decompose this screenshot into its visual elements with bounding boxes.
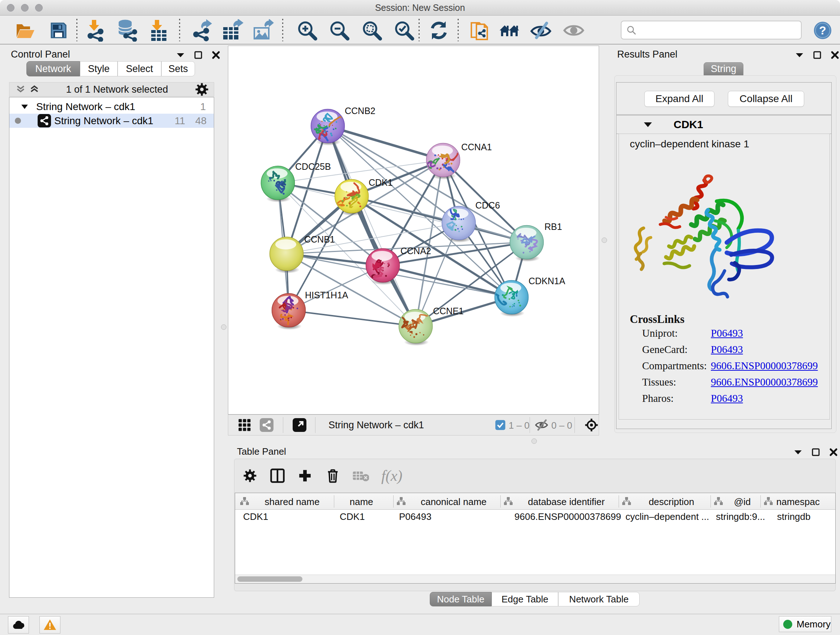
svg-text:CCNA2: CCNA2 [401,246,431,256]
svg-text:CCNA1: CCNA1 [461,142,492,152]
svg-text:CDK1: CDK1 [369,177,393,187]
svg-text:?: ? [819,24,826,37]
svg-text:CDC6: CDC6 [475,200,500,211]
svg-text:HIST1H1A: HIST1H1A [305,290,348,300]
svg-text:RB1: RB1 [545,222,562,232]
svg-text:CCNE1: CCNE1 [433,306,464,316]
svg-text:CDKN1A: CDKN1A [529,276,565,286]
svg-text:CCNB2: CCNB2 [345,106,376,116]
svg-text:CCNB1: CCNB1 [304,234,335,244]
svg-text:CDC25B: CDC25B [295,162,331,172]
